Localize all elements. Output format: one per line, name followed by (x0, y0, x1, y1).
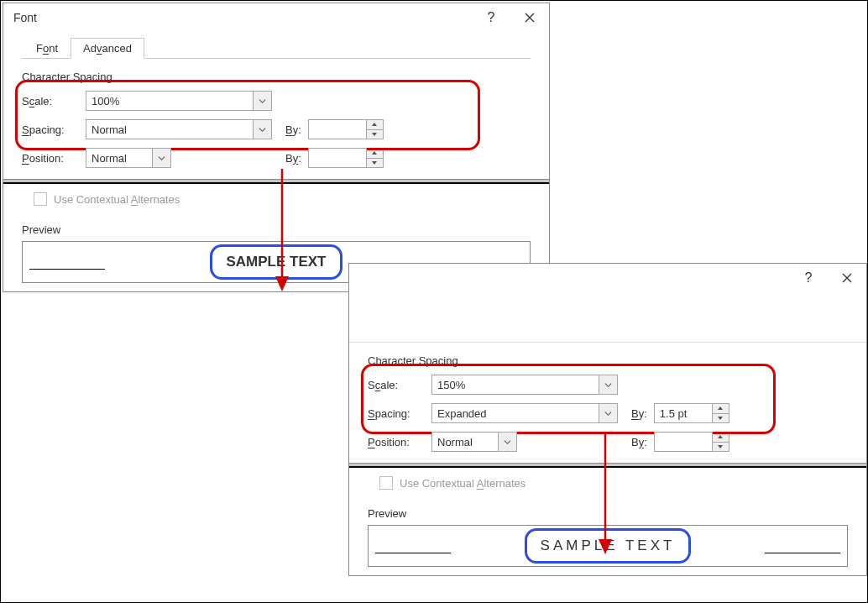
chevron-down-icon (498, 433, 516, 451)
position-combo[interactable]: Normal (431, 432, 517, 452)
spacing-value: Expanded (432, 407, 599, 420)
spacing-label: Spacing: (368, 407, 431, 420)
spacing-by-input[interactable] (308, 119, 367, 139)
spacing-by-value: 1.5 pt (660, 407, 688, 420)
checkbox-icon (379, 476, 393, 490)
tab-font-label: Font (36, 42, 58, 55)
font-dialog-after: Font ? Character Spacing Scale: 150% Spa… (348, 263, 867, 576)
contextual-alternates-checkbox[interactable]: Use Contextual Alternates (379, 476, 526, 490)
chevron-down-icon (599, 375, 617, 394)
spacing-value: Normal (86, 123, 253, 136)
preview-underline-left (375, 553, 451, 553)
scale-combo[interactable]: 150% (431, 375, 618, 395)
caret-up-icon (367, 149, 383, 159)
dialog-title: Font (13, 11, 37, 24)
help-button[interactable]: ? (472, 3, 510, 32)
position-by-input[interactable] (308, 148, 367, 168)
tab-advanced-label: Advanced (83, 42, 132, 55)
position-value: Normal (86, 152, 152, 165)
spacing-combo[interactable]: Expanded (431, 403, 618, 423)
preview-sample-highlighted: SAMPLE TEXT (525, 528, 692, 564)
preview-label: Preview (22, 223, 531, 236)
caret-up-icon (367, 120, 383, 130)
caret-down-icon (367, 130, 383, 139)
group-character-spacing: Character Spacing (368, 354, 848, 367)
preview-underline-right (765, 553, 840, 553)
spacing-by-spinner[interactable] (713, 403, 729, 423)
position-by-spinner[interactable] (713, 432, 729, 452)
caret-up-icon (713, 404, 729, 414)
contextual-alternates-label: Use Contextual Alternates (54, 193, 180, 206)
spacing-by-input[interactable]: 1.5 pt (654, 403, 713, 423)
scale-value: 150% (432, 379, 599, 391)
preview-box: SAMPLE TEXT (368, 525, 848, 567)
tab-strip: Font Advanced (3, 32, 549, 59)
preview-underline-left (29, 269, 105, 270)
caret-down-icon (713, 443, 729, 452)
spacing-by-label: By: (285, 123, 301, 136)
contextual-alternates-checkbox[interactable]: Use Contextual Alternates (34, 192, 180, 206)
preview-label: Preview (368, 507, 848, 520)
scale-label: Scale: (22, 95, 86, 107)
contextual-alternates-label: Use Contextual Alternates (400, 477, 526, 490)
scale-value: 100% (86, 95, 253, 107)
position-by-spinner[interactable] (367, 148, 384, 168)
chevron-down-icon (599, 404, 617, 422)
spacing-label: Spacing: (22, 123, 86, 136)
checkbox-icon (34, 192, 47, 206)
position-by-label: By: (285, 152, 301, 165)
group-character-spacing: Character Spacing (22, 71, 531, 83)
position-value: Normal (432, 436, 498, 448)
close-button[interactable] (828, 264, 866, 292)
help-button[interactable]: ? (789, 264, 828, 292)
caret-up-icon (713, 433, 729, 443)
spacing-by-spinner[interactable] (367, 119, 384, 139)
preview-sample-highlighted: SAMPLE TEXT (210, 244, 342, 280)
position-by-input[interactable] (654, 432, 713, 452)
tab-advanced[interactable]: Advanced (71, 38, 144, 59)
chevron-down-icon (253, 92, 271, 110)
close-icon (842, 273, 852, 283)
close-button[interactable] (510, 3, 549, 32)
titlebar: Font ? (3, 3, 549, 32)
font-dialog-before: Font ? Font Advanced Character Spacing S… (3, 3, 550, 292)
titlebar: Font ? (349, 264, 866, 292)
position-label: Position: (368, 436, 431, 448)
position-combo[interactable]: Normal (86, 148, 171, 168)
chevron-down-icon (253, 120, 271, 139)
chevron-down-icon (152, 149, 170, 167)
spacing-combo[interactable]: Normal (86, 119, 272, 139)
position-by-label: By: (631, 436, 647, 448)
spacing-by-label: By: (631, 407, 647, 420)
tab-font[interactable]: Font (24, 38, 71, 59)
position-label: Position: (22, 152, 86, 165)
caret-down-icon (713, 414, 729, 423)
caret-down-icon (367, 159, 383, 168)
scale-label: Scale: (368, 379, 431, 391)
scale-combo[interactable]: 100% (86, 91, 272, 111)
close-icon (525, 13, 535, 23)
